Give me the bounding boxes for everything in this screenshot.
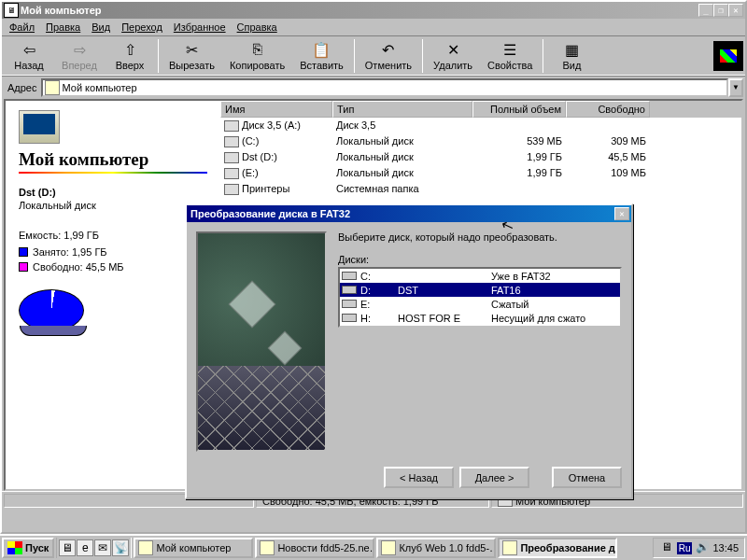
- tool-удалить[interactable]: ✕Удалить: [426, 38, 480, 73]
- capacity-text: Емкость: 1,99 ГБ: [19, 230, 207, 241]
- wizard-graphic: [196, 231, 327, 452]
- maximize-button[interactable]: ❐: [713, 4, 728, 17]
- drive-icon: [224, 152, 239, 163]
- tool-вид[interactable]: ▦Вид: [546, 38, 597, 73]
- tool-вверх[interactable]: ⇧Вверх: [105, 38, 155, 73]
- windows-flag-icon: [7, 541, 22, 554]
- quick-launch: 🖥 e ✉ 📡: [56, 538, 132, 558]
- taskbar-task[interactable]: Новости fdd5-25.ne…: [255, 538, 374, 558]
- taskbar: Пуск 🖥 e ✉ 📡 Мой компьютерНовости fdd5-2…: [0, 534, 747, 560]
- task-icon: [502, 540, 517, 555]
- toolbar: ⇦Назад⇨Вперед⇧Вверх✂Вырезать⎘Копировать📋…: [2, 35, 745, 76]
- address-label: Адрес: [4, 82, 41, 93]
- tool-копировать[interactable]: ⎘Копировать: [222, 38, 292, 73]
- cancel-button[interactable]: Отмена: [552, 467, 622, 488]
- копировать-icon: ⎘: [248, 40, 267, 59]
- titlebar[interactable]: 🖥 Мой компьютер _ ❐ ✕: [2, 2, 745, 19]
- tool-отменить[interactable]: ↶Отменить: [358, 38, 419, 73]
- tool-вперед[interactable]: ⇨Вперед: [54, 38, 105, 73]
- selected-drive-type: Локальный диск: [19, 200, 207, 211]
- назад-icon: ⇦: [20, 40, 38, 59]
- menu-view[interactable]: Вид: [86, 20, 116, 35]
- вперед-icon: ⇨: [70, 40, 89, 59]
- tray-volume-icon[interactable]: 🔊: [695, 540, 710, 555]
- list-item[interactable]: ПринтерыСистемная папка: [220, 181, 741, 197]
- back-button[interactable]: < Назад: [384, 467, 454, 488]
- task-icon: [138, 540, 153, 555]
- drive-icon: [224, 136, 239, 147]
- menu-go[interactable]: Переход: [116, 20, 168, 35]
- next-button[interactable]: Далее >: [459, 467, 529, 488]
- col-free[interactable]: Свободно: [566, 101, 650, 118]
- list-item[interactable]: (C:)Локальный диск539 МБ309 МБ: [220, 133, 741, 149]
- menu-help[interactable]: Справка: [232, 20, 283, 35]
- pie-chart: [19, 289, 84, 331]
- close-button[interactable]: ✕: [728, 4, 743, 17]
- taskbar-task[interactable]: Мой компьютер: [134, 538, 253, 558]
- free-swatch: [19, 262, 28, 272]
- вид-icon: ▦: [562, 40, 581, 59]
- drive-icon: [224, 184, 239, 195]
- drive-option[interactable]: C:Уже в FAT32: [340, 269, 620, 283]
- address-value: Мой компьютер: [63, 82, 137, 93]
- col-name[interactable]: Имя: [220, 101, 332, 118]
- task-icon: [381, 540, 396, 555]
- drive-option[interactable]: H:HOST FOR EНесущий для сжато: [340, 311, 620, 325]
- tray-icon-1[interactable]: 🖥: [659, 540, 674, 555]
- list-item[interactable]: (E:)Локальный диск1,99 ГБ109 МБ: [220, 165, 741, 181]
- ql-desktop-icon[interactable]: 🖥: [59, 539, 76, 556]
- address-field[interactable]: Мой компьютер: [41, 78, 729, 97]
- window-title: Мой компьютер: [19, 5, 698, 16]
- computer-large-icon: [19, 110, 60, 144]
- computer-icon: [45, 80, 60, 95]
- menu-file[interactable]: Файл: [4, 20, 40, 35]
- language-indicator[interactable]: Ru: [677, 542, 693, 554]
- ql-ie-icon[interactable]: e: [77, 539, 93, 556]
- throbber-icon: [713, 41, 743, 71]
- list-header: Имя Тип Полный объем Свободно: [220, 101, 741, 118]
- menu-favorites[interactable]: Избранное: [168, 20, 232, 35]
- col-total[interactable]: Полный объем: [472, 101, 566, 118]
- start-button[interactable]: Пуск: [2, 538, 54, 558]
- tool-свойства[interactable]: ☰Свойства: [480, 38, 540, 73]
- свойства-icon: ☰: [500, 40, 519, 59]
- drives-listbox[interactable]: C:Уже в FAT32D:DSTFAT16E:СжатыйH:HOST FO…: [338, 267, 622, 328]
- вырезать-icon: ✂: [182, 40, 201, 59]
- address-dropdown-button[interactable]: ▼: [728, 78, 743, 97]
- taskbar-task[interactable]: Преобразование д…: [498, 538, 617, 558]
- вставить-icon: 📋: [312, 40, 331, 59]
- tool-назад[interactable]: ⇦Назад: [4, 38, 54, 73]
- dialog-titlebar[interactable]: Преобразование диска в FAT32 ✕: [187, 205, 631, 222]
- ql-oe-icon[interactable]: ✉: [94, 539, 111, 556]
- dialog-title: Преобразование диска в FAT32: [189, 208, 614, 219]
- selected-drive: Dst (D:): [19, 187, 207, 198]
- list-item[interactable]: Dst (D:)Локальный диск1,99 ГБ45,5 МБ: [220, 149, 741, 165]
- address-bar: Адрес Мой компьютер ▼: [2, 76, 745, 99]
- task-icon: [260, 540, 275, 555]
- drive-icon: [224, 120, 239, 132]
- menubar: Файл Правка Вид Переход Избранное Справк…: [2, 19, 745, 35]
- drive-icon: [224, 168, 239, 179]
- list-item[interactable]: Диск 3,5 (A:)Диск 3,5: [220, 118, 741, 133]
- tool-вставить[interactable]: 📋Вставить: [292, 38, 351, 73]
- system-tray: 🖥 Ru 🔊 13:45: [653, 538, 745, 558]
- clock[interactable]: 13:45: [712, 542, 739, 553]
- drive-option[interactable]: D:DSTFAT16: [340, 283, 620, 297]
- drive-icon: [342, 272, 357, 280]
- tool-вырезать[interactable]: ✂Вырезать: [162, 38, 222, 73]
- drive-option[interactable]: E:Сжатый: [340, 297, 620, 311]
- drive-icon: [342, 314, 357, 322]
- отменить-icon: ↶: [379, 40, 398, 59]
- rainbow-divider: [19, 172, 207, 174]
- удалить-icon: ✕: [444, 40, 462, 59]
- col-type[interactable]: Тип: [332, 101, 472, 118]
- used-legend: Занято: 1,95 ГБ: [19, 246, 207, 258]
- dialog-close-button[interactable]: ✕: [614, 207, 629, 220]
- window-icon: 🖥: [4, 3, 19, 18]
- used-swatch: [19, 247, 28, 257]
- taskbar-task[interactable]: Клуб Web 1.0 fdd5-…: [376, 538, 496, 558]
- ql-channels-icon[interactable]: 📡: [112, 539, 129, 556]
- minimize-button[interactable]: _: [698, 4, 713, 17]
- menu-edit[interactable]: Правка: [40, 20, 86, 35]
- fat32-wizard-dialog: Преобразование диска в FAT32 ✕ Выберите …: [185, 203, 633, 499]
